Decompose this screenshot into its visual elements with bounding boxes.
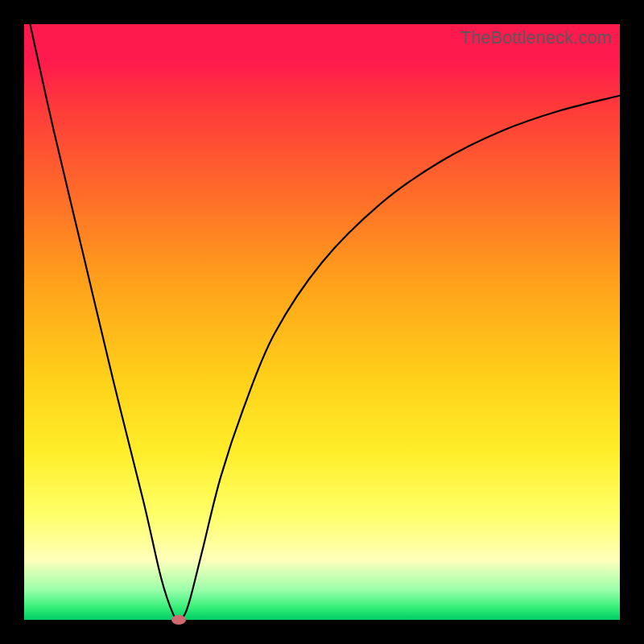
minimum-marker-icon (171, 615, 186, 625)
curve-path (30, 24, 620, 620)
bottleneck-curve (24, 24, 620, 620)
plot-area: TheBottleneck.com (24, 24, 620, 620)
chart-frame: TheBottleneck.com (0, 0, 644, 644)
